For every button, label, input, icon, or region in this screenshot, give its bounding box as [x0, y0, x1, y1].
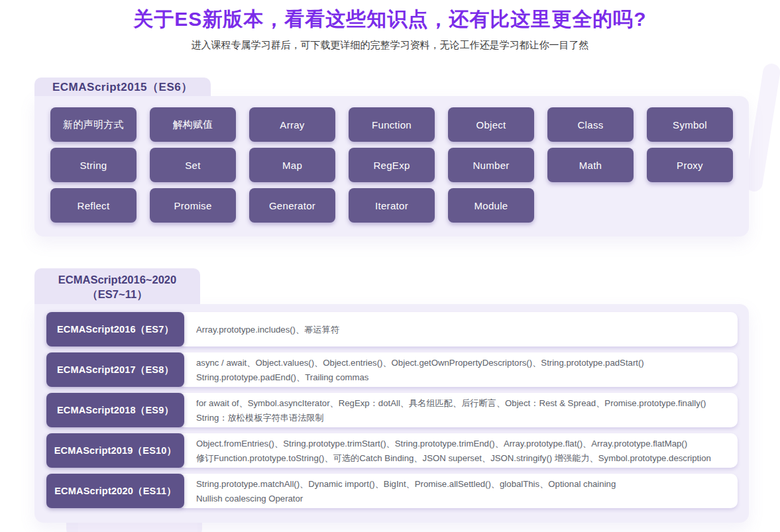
- es11-row: ECMAScript2020（ES11） String.prototype.ma…: [46, 474, 738, 508]
- es6-chip-string: String: [50, 148, 137, 182]
- es6-section: ECMAScript2015（ES6） 新的声明方式 解构赋值 Array Fu…: [34, 78, 749, 237]
- es6-section-title: ECMAScript2015（ES6）: [52, 81, 193, 93]
- es8-features-card: async / await、Object.values()、Object.ent…: [178, 352, 738, 387]
- es10-features-card: Object.fromEntries()、String.prototype.tr…: [178, 433, 738, 468]
- feature-line: Nullish coalescing Operator: [196, 492, 728, 505]
- es6-chip-set: Set: [150, 148, 236, 182]
- page: 关于ES新版本，看看这些知识点，还有比这里更全的吗? 进入课程专属学习群后，可下…: [0, 0, 780, 532]
- feature-line: for await of、Symbol.asyncIterator、RegExp…: [196, 397, 728, 409]
- es6-chip-array: Array: [249, 107, 335, 142]
- es7-11-section-tab: ECMAScript2016~2020 （ES7~11）: [34, 268, 200, 304]
- feature-line: String.prototype.matchAll()、Dynamic impo…: [196, 478, 728, 490]
- es10-row: ECMAScript2019（ES10） Object.fromEntries(…: [46, 433, 738, 468]
- es6-chip-grid: 新的声明方式 解构赋值 Array Function Object Class …: [50, 107, 733, 223]
- feature-line: String.prototype.padEnd()、Trailing comma…: [196, 371, 728, 384]
- es6-chip-new-declaration: 新的声明方式: [50, 107, 137, 142]
- es6-chip-promise: Promise: [150, 188, 236, 223]
- section-header: 关于ES新版本，看看这些知识点，还有比这里更全的吗? 进入课程专属学习群后，可下…: [0, 6, 780, 52]
- es8-version-label: ECMAScript2017（ES8）: [46, 352, 184, 387]
- es6-chip-regexp: RegExp: [349, 148, 435, 182]
- decorative-stripe: [744, 62, 780, 193]
- es8-row: ECMAScript2017（ES8） async / await、Object…: [46, 352, 738, 387]
- es7-features-card: Array.prototype.includes()、幂运算符: [178, 312, 738, 346]
- es9-version-label: ECMAScript2018（ES9）: [46, 393, 184, 427]
- page-title: 关于ES新版本，看看这些知识点，还有比这里更全的吗?: [0, 6, 780, 33]
- es7-11-section-body: ECMAScript2016（ES7） Array.prototype.incl…: [34, 304, 749, 523]
- feature-line: Object.fromEntries()、String.prototype.tr…: [196, 437, 728, 450]
- es6-chip-generator: Generator: [249, 188, 335, 223]
- feature-line: 修订Function.prototype.toString()、可选的Catch…: [196, 452, 728, 464]
- es6-chip-destructuring: 解构赋值: [150, 107, 236, 142]
- es6-chip-symbol: Symbol: [647, 107, 733, 142]
- es9-row: ECMAScript2018（ES9） for await of、Symbol.…: [46, 393, 738, 427]
- es7-version-label: ECMAScript2016（ES7）: [46, 312, 184, 346]
- es7-11-section: ECMAScript2016~2020 （ES7~11） ECMAScript2…: [34, 268, 749, 523]
- es7-11-section-title-line1: ECMAScript2016~2020: [34, 272, 200, 287]
- es10-version-label: ECMAScript2019（ES10）: [46, 433, 184, 468]
- es11-version-label: ECMAScript2020（ES11）: [46, 474, 184, 508]
- es6-chip-reflect: Reflect: [50, 188, 137, 223]
- feature-line: Array.prototype.includes()、幂运算符: [196, 323, 728, 336]
- es6-chip-function: Function: [349, 107, 435, 142]
- es6-chip-proxy: Proxy: [647, 148, 733, 182]
- es6-chip-number: Number: [448, 148, 534, 182]
- es6-chip-module: Module: [448, 188, 534, 223]
- es6-chip-math: Math: [547, 148, 634, 182]
- es6-chip-map: Map: [249, 148, 335, 182]
- es7-11-section-title-line2: （ES7~11）: [34, 287, 200, 301]
- es6-chip-class: Class: [547, 107, 634, 142]
- es7-row: ECMAScript2016（ES7） Array.prototype.incl…: [46, 312, 738, 346]
- es6-chip-iterator: Iterator: [349, 188, 435, 223]
- es6-chip-object: Object: [448, 107, 534, 142]
- es6-section-tab: ECMAScript2015（ES6）: [34, 78, 211, 96]
- es9-features-card: for await of、Symbol.asyncIterator、RegExp…: [178, 393, 738, 427]
- es6-section-body: 新的声明方式 解构赋值 Array Function Object Class …: [34, 96, 749, 237]
- es11-features-card: String.prototype.matchAll()、Dynamic impo…: [178, 474, 738, 508]
- page-subtitle: 进入课程专属学习群后，可下载更详细的完整学习资料，无论工作还是学习都让你一目了然: [0, 39, 780, 52]
- feature-line: String：放松模板字符串语法限制: [196, 411, 728, 424]
- feature-line: async / await、Object.values()、Object.ent…: [196, 356, 728, 369]
